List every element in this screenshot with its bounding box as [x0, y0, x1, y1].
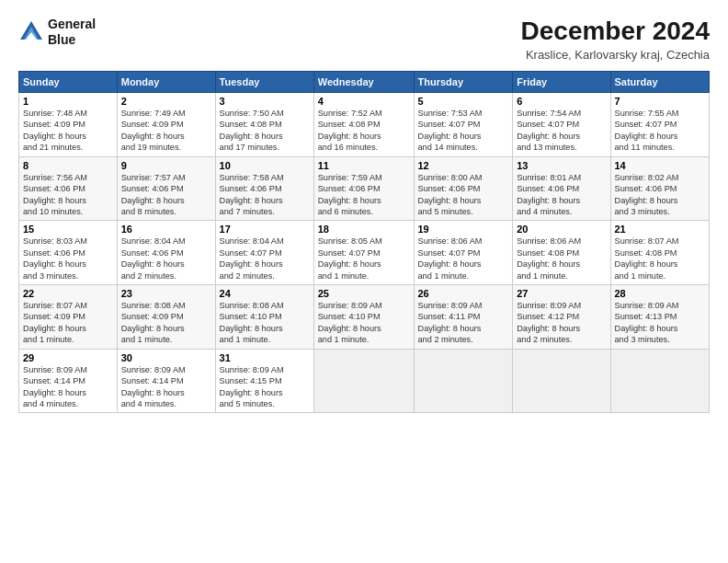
day-number: 28	[615, 288, 706, 299]
day-info: Sunrise: 8:08 AM Sunset: 4:09 PM Dayligh…	[121, 300, 211, 346]
day-info: Sunrise: 8:09 AM Sunset: 4:14 PM Dayligh…	[23, 364, 113, 410]
day-number: 19	[418, 224, 509, 235]
logo-icon	[18, 19, 44, 45]
calendar-cell: 19Sunrise: 8:06 AM Sunset: 4:07 PM Dayli…	[414, 221, 513, 285]
calendar-cell: 9Sunrise: 7:57 AM Sunset: 4:06 PM Daylig…	[117, 156, 215, 221]
calendar-cell: 28Sunrise: 8:09 AM Sunset: 4:13 PM Dayli…	[610, 285, 710, 350]
day-number: 21	[615, 224, 706, 235]
day-number: 30	[121, 352, 211, 363]
day-info: Sunrise: 8:09 AM Sunset: 4:10 PM Dayligh…	[318, 300, 410, 346]
day-info: Sunrise: 8:05 AM Sunset: 4:07 PM Dayligh…	[318, 236, 410, 282]
calendar-cell: 29Sunrise: 8:09 AM Sunset: 4:14 PM Dayli…	[19, 349, 118, 413]
day-info: Sunrise: 7:56 AM Sunset: 4:06 PM Dayligh…	[23, 172, 113, 218]
subtitle: Kraslice, Karlovarsky kraj, Czechia	[521, 48, 710, 62]
day-number: 14	[615, 160, 706, 171]
calendar-week-1: 1Sunrise: 7:48 AM Sunset: 4:09 PM Daylig…	[19, 93, 710, 157]
calendar-cell: 18Sunrise: 8:05 AM Sunset: 4:07 PM Dayli…	[313, 221, 414, 285]
calendar-cell: 6Sunrise: 7:54 AM Sunset: 4:07 PM Daylig…	[513, 93, 610, 157]
day-info: Sunrise: 7:50 AM Sunset: 4:08 PM Dayligh…	[220, 108, 310, 154]
calendar-cell: 2Sunrise: 7:49 AM Sunset: 4:09 PM Daylig…	[117, 93, 215, 157]
day-info: Sunrise: 8:07 AM Sunset: 4:09 PM Dayligh…	[23, 300, 113, 346]
day-info: Sunrise: 8:08 AM Sunset: 4:10 PM Dayligh…	[220, 300, 310, 346]
day-number: 11	[318, 160, 410, 171]
logo: General Blue	[18, 17, 96, 48]
header-day-monday: Monday	[117, 72, 215, 93]
calendar-cell: 3Sunrise: 7:50 AM Sunset: 4:08 PM Daylig…	[215, 93, 313, 157]
day-info: Sunrise: 8:09 AM Sunset: 4:15 PM Dayligh…	[220, 364, 310, 410]
day-info: Sunrise: 8:06 AM Sunset: 4:07 PM Dayligh…	[418, 236, 509, 282]
calendar-week-5: 29Sunrise: 8:09 AM Sunset: 4:14 PM Dayli…	[19, 349, 710, 413]
calendar-cell: 31Sunrise: 8:09 AM Sunset: 4:15 PM Dayli…	[215, 349, 313, 413]
calendar-cell: 8Sunrise: 7:56 AM Sunset: 4:06 PM Daylig…	[19, 156, 118, 221]
calendar-cell: 25Sunrise: 8:09 AM Sunset: 4:10 PM Dayli…	[313, 285, 414, 350]
calendar-cell	[513, 349, 610, 413]
calendar-cell: 11Sunrise: 7:59 AM Sunset: 4:06 PM Dayli…	[313, 156, 414, 221]
calendar-cell: 5Sunrise: 7:53 AM Sunset: 4:07 PM Daylig…	[414, 93, 513, 157]
day-number: 13	[517, 160, 606, 171]
calendar-cell: 30Sunrise: 8:09 AM Sunset: 4:14 PM Dayli…	[117, 349, 215, 413]
calendar-cell: 7Sunrise: 7:55 AM Sunset: 4:07 PM Daylig…	[610, 93, 710, 157]
day-number: 25	[318, 288, 410, 299]
calendar-week-4: 22Sunrise: 8:07 AM Sunset: 4:09 PM Dayli…	[19, 285, 710, 350]
day-number: 23	[121, 288, 211, 299]
calendar-cell: 1Sunrise: 7:48 AM Sunset: 4:09 PM Daylig…	[19, 93, 118, 157]
calendar-header-row: SundayMondayTuesdayWednesdayThursdayFrid…	[19, 72, 710, 93]
header-day-friday: Friday	[513, 72, 610, 93]
calendar-cell: 10Sunrise: 7:58 AM Sunset: 4:06 PM Dayli…	[215, 156, 313, 221]
main-title: December 2024	[521, 17, 710, 46]
day-number: 17	[220, 224, 310, 235]
day-info: Sunrise: 8:03 AM Sunset: 4:06 PM Dayligh…	[23, 236, 113, 282]
calendar-cell: 14Sunrise: 8:02 AM Sunset: 4:06 PM Dayli…	[610, 156, 710, 221]
header: General Blue December 2024 Kraslice, Kar…	[18, 17, 710, 62]
calendar-week-2: 8Sunrise: 7:56 AM Sunset: 4:06 PM Daylig…	[19, 156, 710, 221]
calendar-cell: 23Sunrise: 8:08 AM Sunset: 4:09 PM Dayli…	[117, 285, 215, 350]
day-info: Sunrise: 7:57 AM Sunset: 4:06 PM Dayligh…	[121, 172, 211, 218]
calendar-cell: 26Sunrise: 8:09 AM Sunset: 4:11 PM Dayli…	[414, 285, 513, 350]
day-number: 4	[318, 96, 410, 107]
header-day-sunday: Sunday	[19, 72, 118, 93]
day-number: 27	[517, 288, 606, 299]
day-info: Sunrise: 8:00 AM Sunset: 4:06 PM Dayligh…	[418, 172, 509, 218]
day-number: 12	[418, 160, 509, 171]
calendar-cell: 21Sunrise: 8:07 AM Sunset: 4:08 PM Dayli…	[610, 221, 710, 285]
day-number: 31	[220, 352, 310, 363]
day-info: Sunrise: 8:09 AM Sunset: 4:12 PM Dayligh…	[517, 300, 606, 346]
day-info: Sunrise: 7:49 AM Sunset: 4:09 PM Dayligh…	[121, 108, 211, 154]
day-info: Sunrise: 8:07 AM Sunset: 4:08 PM Dayligh…	[615, 236, 706, 282]
calendar-cell	[610, 349, 710, 413]
calendar-cell	[313, 349, 414, 413]
header-day-thursday: Thursday	[414, 72, 513, 93]
calendar-cell	[414, 349, 513, 413]
day-info: Sunrise: 7:58 AM Sunset: 4:06 PM Dayligh…	[220, 172, 310, 218]
day-number: 29	[23, 352, 113, 363]
day-info: Sunrise: 8:09 AM Sunset: 4:11 PM Dayligh…	[418, 300, 509, 346]
day-number: 24	[220, 288, 310, 299]
day-number: 15	[23, 224, 113, 235]
calendar-cell: 24Sunrise: 8:08 AM Sunset: 4:10 PM Dayli…	[215, 285, 313, 350]
calendar-week-3: 15Sunrise: 8:03 AM Sunset: 4:06 PM Dayli…	[19, 221, 710, 285]
day-info: Sunrise: 7:52 AM Sunset: 4:08 PM Dayligh…	[318, 108, 410, 154]
day-number: 26	[418, 288, 509, 299]
day-number: 3	[220, 96, 310, 107]
day-info: Sunrise: 8:09 AM Sunset: 4:14 PM Dayligh…	[121, 364, 211, 410]
calendar-cell: 17Sunrise: 8:04 AM Sunset: 4:07 PM Dayli…	[215, 221, 313, 285]
day-info: Sunrise: 8:01 AM Sunset: 4:06 PM Dayligh…	[517, 172, 606, 218]
day-number: 1	[23, 96, 113, 107]
title-block: December 2024 Kraslice, Karlovarsky kraj…	[521, 17, 710, 62]
day-info: Sunrise: 8:04 AM Sunset: 4:06 PM Dayligh…	[121, 236, 211, 282]
day-info: Sunrise: 7:53 AM Sunset: 4:07 PM Dayligh…	[418, 108, 509, 154]
calendar-cell: 16Sunrise: 8:04 AM Sunset: 4:06 PM Dayli…	[117, 221, 215, 285]
day-info: Sunrise: 7:55 AM Sunset: 4:07 PM Dayligh…	[615, 108, 706, 154]
day-number: 16	[121, 224, 211, 235]
day-number: 20	[517, 224, 606, 235]
calendar-cell: 4Sunrise: 7:52 AM Sunset: 4:08 PM Daylig…	[313, 93, 414, 157]
day-number: 2	[121, 96, 211, 107]
calendar-cell: 20Sunrise: 8:06 AM Sunset: 4:08 PM Dayli…	[513, 221, 610, 285]
day-number: 8	[23, 160, 113, 171]
day-number: 18	[318, 224, 410, 235]
calendar-cell: 27Sunrise: 8:09 AM Sunset: 4:12 PM Dayli…	[513, 285, 610, 350]
day-info: Sunrise: 7:59 AM Sunset: 4:06 PM Dayligh…	[318, 172, 410, 218]
calendar-cell: 12Sunrise: 8:00 AM Sunset: 4:06 PM Dayli…	[414, 156, 513, 221]
day-info: Sunrise: 7:54 AM Sunset: 4:07 PM Dayligh…	[517, 108, 606, 154]
calendar-cell: 13Sunrise: 8:01 AM Sunset: 4:06 PM Dayli…	[513, 156, 610, 221]
